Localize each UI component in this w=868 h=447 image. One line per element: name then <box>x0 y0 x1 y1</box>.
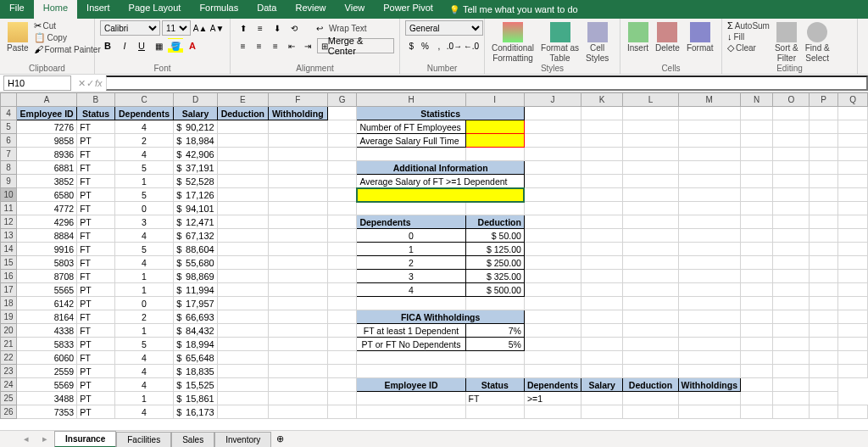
indent-dec-button[interactable]: ⇤ <box>284 38 298 53</box>
cell[interactable]: 8164 <box>17 310 77 324</box>
cell[interactable]: Salary <box>581 378 622 392</box>
cell[interactable]: 6881 <box>17 161 77 175</box>
cell[interactable]: 5803 <box>17 256 77 270</box>
cell[interactable]: Salary <box>174 107 217 120</box>
row-header[interactable]: 16 <box>1 270 17 283</box>
row-header[interactable]: 14 <box>1 243 17 256</box>
insert-cells-button[interactable]: Insert <box>626 20 650 54</box>
grow-font-button[interactable]: A▲ <box>192 20 208 36</box>
fill-color-button[interactable]: 🪣 <box>168 38 183 53</box>
cell[interactable]: 4 <box>114 256 174 270</box>
col-header[interactable]: N <box>740 93 772 107</box>
cell[interactable]: 2559 <box>17 365 77 378</box>
cell[interactable]: FT <box>77 351 115 365</box>
cell[interactable]: 3852 <box>17 175 77 188</box>
copy-button[interactable]: 📋Copy <box>34 32 101 43</box>
cell[interactable]: FT at least 1 Dependent <box>357 324 465 338</box>
cell[interactable]: 2 <box>114 310 174 324</box>
cell[interactable]: 4 <box>114 378 174 392</box>
worksheet-grid[interactable]: ABCDEFGHIJKLMNOPQ 4 Employee IDStatusDep… <box>0 92 868 430</box>
row-header[interactable]: 4 <box>1 107 17 120</box>
italic-button[interactable]: I <box>117 38 132 53</box>
tab-formulas[interactable]: Formulas <box>190 0 248 19</box>
cell[interactable]: $55,680 <box>174 256 217 270</box>
cell[interactable]: 1 <box>114 175 174 188</box>
col-header[interactable]: F <box>268 93 327 107</box>
row-header[interactable]: 10 <box>1 188 17 202</box>
cell[interactable]: 1 <box>114 324 174 338</box>
cell[interactable]: 4 <box>114 405 174 419</box>
cell[interactable]: Deduction <box>217 107 268 120</box>
row-header[interactable]: 21 <box>1 338 17 351</box>
cell[interactable]: 8936 <box>17 148 77 161</box>
cell[interactable]: 5565 <box>17 283 77 297</box>
add-sheet-button[interactable]: ⊕ <box>271 432 289 446</box>
cell[interactable]: $94,101 <box>174 202 217 215</box>
font-name-select[interactable]: Calibri <box>100 20 160 36</box>
sheet-tab-sales[interactable]: Sales <box>171 432 214 447</box>
cell[interactable]: Status <box>77 107 115 120</box>
format-cells-button[interactable]: Format <box>685 20 715 54</box>
col-header[interactable]: A <box>17 93 77 107</box>
orientation-button[interactable]: ⟲ <box>287 20 302 36</box>
cell[interactable]: $98,869 <box>174 270 217 283</box>
cell[interactable]: $37,191 <box>174 161 217 175</box>
cell[interactable]: PT <box>77 297 115 310</box>
row-header[interactable]: 12 <box>1 215 17 229</box>
cell[interactable]: 4 <box>114 148 174 161</box>
cell[interactable]: 6580 <box>17 188 77 202</box>
cell[interactable]: 4772 <box>17 202 77 215</box>
col-header[interactable]: B <box>77 93 115 107</box>
cell[interactable]: Employee ID <box>357 378 465 392</box>
cell[interactable]: Status <box>465 378 524 392</box>
row-header[interactable]: 26 <box>1 405 17 419</box>
cell[interactable]: 8708 <box>17 270 77 283</box>
sheet-tab-inventory[interactable]: Inventory <box>214 432 271 447</box>
cell[interactable]: 1 <box>114 270 174 283</box>
col-header[interactable]: Q <box>838 93 868 107</box>
cell[interactable]: Statistics <box>357 107 525 120</box>
cell[interactable]: 7276 <box>17 120 77 134</box>
col-header[interactable]: I <box>465 93 524 107</box>
row-header[interactable]: 11 <box>1 202 17 215</box>
sheet-nav-next[interactable]: ▸ <box>36 433 54 444</box>
cell[interactable]: 0 <box>114 202 174 215</box>
col-header[interactable]: K <box>581 93 622 107</box>
cell[interactable]: 5% <box>465 338 524 351</box>
indent-inc-button[interactable]: ⇥ <box>301 38 315 53</box>
dec-decimal-button[interactable]: ←.0 <box>464 38 479 53</box>
autosum-button[interactable]: ΣAutoSum <box>727 20 770 31</box>
cell[interactable]: PT <box>77 405 115 419</box>
align-top-button[interactable]: ⬆ <box>236 20 251 36</box>
cell[interactable]: 4296 <box>17 215 77 229</box>
col-header[interactable]: O <box>773 93 810 107</box>
align-bottom-button[interactable]: ⬇ <box>270 20 285 36</box>
col-header[interactable]: L <box>623 93 678 107</box>
cell[interactable]: $ 325.00 <box>465 270 524 283</box>
row-header[interactable]: 19 <box>1 310 17 324</box>
row-header[interactable]: 24 <box>1 378 17 392</box>
format-painter-button[interactable]: 🖌Format Painter <box>34 44 101 54</box>
cell[interactable]: PT or FT No Dependents <box>357 338 465 351</box>
cell[interactable]: FT <box>77 256 115 270</box>
border-button[interactable]: ▦ <box>151 38 166 53</box>
row-header[interactable]: 6 <box>1 134 17 148</box>
tab-data[interactable]: Data <box>248 0 286 19</box>
cell[interactable]: PT <box>77 338 115 351</box>
cell[interactable]: Dependents <box>114 107 174 120</box>
select-all-corner[interactable] <box>1 93 17 107</box>
font-color-button[interactable]: A <box>185 38 200 53</box>
inc-decimal-button[interactable]: .0→ <box>447 38 462 53</box>
tab-home[interactable]: Home <box>34 0 77 19</box>
cell[interactable]: $18,984 <box>174 134 217 148</box>
cell[interactable]: 9916 <box>17 243 77 256</box>
align-middle-button[interactable]: ≡ <box>253 20 268 36</box>
sheet-nav-prev[interactable]: ◂ <box>17 433 36 444</box>
cell[interactable]: $67,132 <box>174 229 217 243</box>
cut-button[interactable]: ✂Cut <box>34 20 101 31</box>
cell[interactable]: >=1 <box>524 392 581 405</box>
cell[interactable]: $ 50.00 <box>465 229 524 243</box>
number-format-select[interactable]: General <box>405 20 483 36</box>
bold-button[interactable]: B <box>100 38 115 53</box>
col-header[interactable]: J <box>524 93 581 107</box>
